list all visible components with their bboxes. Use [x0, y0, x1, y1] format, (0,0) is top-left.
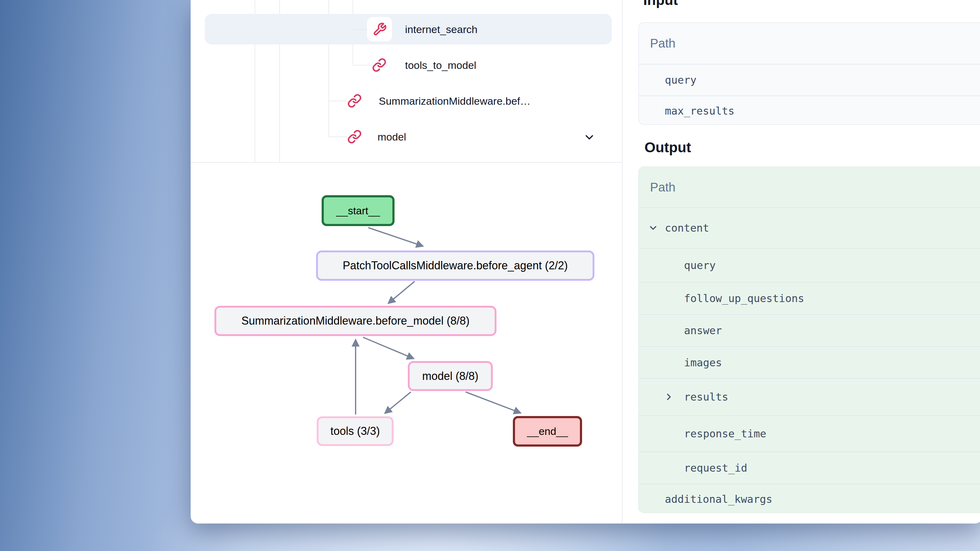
table-row: images	[639, 347, 980, 379]
table-row-content[interactable]: content	[639, 208, 980, 249]
graph-node-patch-before-agent[interactable]: PatchToolCallsMiddleware.before_agent (2…	[316, 251, 594, 281]
graph-node-tools[interactable]: tools (3/3)	[317, 416, 394, 446]
output-path-additional-kwargs: additional_kwargs	[639, 493, 772, 505]
output-path-response-time: response_time	[639, 427, 766, 440]
output-path-follow-up-questions: follow_up_questions	[639, 292, 804, 305]
tree-item-summarization-middleware[interactable]: SummarizationMiddleware.bef…	[379, 95, 530, 107]
tree-connector	[328, 101, 347, 101]
run-details-panel: Input Path query max_results Output Path…	[622, 0, 980, 524]
graph-node-start[interactable]: __start__	[321, 195, 395, 226]
graph-node-end[interactable]: __end__	[513, 416, 582, 446]
output-path-request-id: request_id	[639, 462, 747, 474]
table-row-results[interactable]: results	[639, 379, 980, 416]
tree-connector	[353, 29, 367, 30]
graph-node-summarization-before-model[interactable]: SummarizationMiddleware.before_model (8/…	[215, 306, 496, 336]
table-row: additional_kwargs	[639, 484, 980, 513]
input-path-max-results: max_results	[639, 105, 734, 117]
input-path-header-row: Path	[639, 23, 980, 65]
output-path-results: results	[639, 391, 728, 403]
table-row: follow_up_questions	[639, 283, 980, 315]
output-table: Path content query follow_up_questions a…	[638, 167, 980, 513]
output-path-images: images	[639, 356, 722, 369]
graph-node-model[interactable]: model (8/8)	[408, 361, 493, 391]
input-section-title: Input	[643, 0, 678, 8]
agent-graph: __start__ PatchToolCallsMiddleware.befor…	[191, 163, 622, 524]
output-path-answer: answer	[639, 324, 722, 337]
input-table: Path query max_results	[638, 22, 980, 125]
column-header-path: Path	[639, 180, 675, 194]
table-row: query	[639, 249, 980, 283]
tree-item-model[interactable]: model	[377, 131, 406, 143]
table-row: max_results	[639, 96, 980, 125]
input-path-query: query	[639, 74, 696, 86]
output-path-header-row: Path	[639, 167, 980, 208]
table-row: query	[639, 65, 980, 96]
link-icon	[347, 94, 362, 108]
link-icon	[347, 129, 362, 144]
tree-item-internet-search[interactable]: internet_search	[405, 23, 477, 35]
chevron-down-icon[interactable]	[583, 131, 596, 144]
output-path-query: query	[639, 259, 716, 272]
trace-window: internet_search tools_to_model Summariza…	[191, 0, 980, 524]
tree-item-tools-to-model[interactable]: tools_to_model	[405, 59, 476, 71]
chevron-right-icon[interactable]	[663, 392, 674, 402]
wrench-icon	[367, 17, 392, 41]
table-row: response_time	[639, 416, 980, 452]
tree-connector	[328, 137, 347, 137]
output-section-title: Output	[644, 139, 691, 156]
chevron-down-icon[interactable]	[648, 223, 659, 233]
column-header-path: Path	[639, 37, 675, 50]
table-row: request_id	[639, 452, 980, 484]
link-icon	[372, 58, 387, 72]
table-row: answer	[639, 315, 980, 347]
tree-connector	[353, 65, 372, 65]
